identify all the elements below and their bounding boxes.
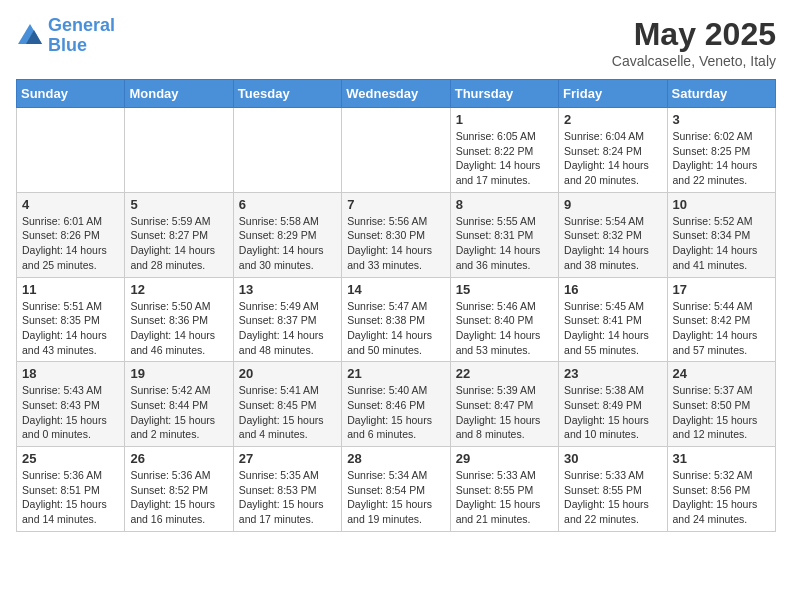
day-info: Sunrise: 6:04 AMSunset: 8:24 PMDaylight:… [564, 129, 661, 188]
calendar-table: SundayMondayTuesdayWednesdayThursdayFrid… [16, 79, 776, 532]
day-number: 29 [456, 451, 553, 466]
calendar-cell: 23Sunrise: 5:38 AMSunset: 8:49 PMDayligh… [559, 362, 667, 447]
calendar-cell: 26Sunrise: 5:36 AMSunset: 8:52 PMDayligh… [125, 447, 233, 532]
calendar-cell: 16Sunrise: 5:45 AMSunset: 8:41 PMDayligh… [559, 277, 667, 362]
weekday-header-sunday: Sunday [17, 80, 125, 108]
calendar-cell: 21Sunrise: 5:40 AMSunset: 8:46 PMDayligh… [342, 362, 450, 447]
day-number: 15 [456, 282, 553, 297]
calendar-cell: 28Sunrise: 5:34 AMSunset: 8:54 PMDayligh… [342, 447, 450, 532]
day-number: 5 [130, 197, 227, 212]
calendar-cell: 6Sunrise: 5:58 AMSunset: 8:29 PMDaylight… [233, 192, 341, 277]
calendar-cell: 19Sunrise: 5:42 AMSunset: 8:44 PMDayligh… [125, 362, 233, 447]
logo: General Blue [16, 16, 115, 56]
calendar-cell: 30Sunrise: 5:33 AMSunset: 8:55 PMDayligh… [559, 447, 667, 532]
day-info: Sunrise: 5:37 AMSunset: 8:50 PMDaylight:… [673, 383, 770, 442]
day-info: Sunrise: 5:39 AMSunset: 8:47 PMDaylight:… [456, 383, 553, 442]
logo-line2: Blue [48, 36, 115, 56]
calendar-cell: 13Sunrise: 5:49 AMSunset: 8:37 PMDayligh… [233, 277, 341, 362]
day-number: 9 [564, 197, 661, 212]
day-info: Sunrise: 5:50 AMSunset: 8:36 PMDaylight:… [130, 299, 227, 358]
day-number: 28 [347, 451, 444, 466]
calendar-cell: 7Sunrise: 5:56 AMSunset: 8:30 PMDaylight… [342, 192, 450, 277]
day-number: 21 [347, 366, 444, 381]
calendar-week-row: 18Sunrise: 5:43 AMSunset: 8:43 PMDayligh… [17, 362, 776, 447]
day-info: Sunrise: 5:55 AMSunset: 8:31 PMDaylight:… [456, 214, 553, 273]
day-info: Sunrise: 5:45 AMSunset: 8:41 PMDaylight:… [564, 299, 661, 358]
day-number: 22 [456, 366, 553, 381]
day-number: 31 [673, 451, 770, 466]
calendar-cell: 22Sunrise: 5:39 AMSunset: 8:47 PMDayligh… [450, 362, 558, 447]
day-number: 30 [564, 451, 661, 466]
weekday-header-wednesday: Wednesday [342, 80, 450, 108]
title-block: May 2025 Cavalcaselle, Veneto, Italy [612, 16, 776, 69]
day-number: 27 [239, 451, 336, 466]
calendar-cell: 27Sunrise: 5:35 AMSunset: 8:53 PMDayligh… [233, 447, 341, 532]
day-info: Sunrise: 5:36 AMSunset: 8:51 PMDaylight:… [22, 468, 119, 527]
calendar-cell: 17Sunrise: 5:44 AMSunset: 8:42 PMDayligh… [667, 277, 775, 362]
day-info: Sunrise: 5:40 AMSunset: 8:46 PMDaylight:… [347, 383, 444, 442]
day-number: 4 [22, 197, 119, 212]
calendar-cell: 24Sunrise: 5:37 AMSunset: 8:50 PMDayligh… [667, 362, 775, 447]
day-number: 13 [239, 282, 336, 297]
calendar-cell: 11Sunrise: 5:51 AMSunset: 8:35 PMDayligh… [17, 277, 125, 362]
day-number: 10 [673, 197, 770, 212]
logo-line1: General [48, 15, 115, 35]
calendar-cell: 15Sunrise: 5:46 AMSunset: 8:40 PMDayligh… [450, 277, 558, 362]
calendar-cell: 18Sunrise: 5:43 AMSunset: 8:43 PMDayligh… [17, 362, 125, 447]
day-info: Sunrise: 5:38 AMSunset: 8:49 PMDaylight:… [564, 383, 661, 442]
weekday-header-row: SundayMondayTuesdayWednesdayThursdayFrid… [17, 80, 776, 108]
day-number: 7 [347, 197, 444, 212]
day-info: Sunrise: 5:36 AMSunset: 8:52 PMDaylight:… [130, 468, 227, 527]
calendar-week-row: 25Sunrise: 5:36 AMSunset: 8:51 PMDayligh… [17, 447, 776, 532]
day-info: Sunrise: 6:01 AMSunset: 8:26 PMDaylight:… [22, 214, 119, 273]
day-info: Sunrise: 5:42 AMSunset: 8:44 PMDaylight:… [130, 383, 227, 442]
day-info: Sunrise: 5:44 AMSunset: 8:42 PMDaylight:… [673, 299, 770, 358]
calendar-cell [17, 108, 125, 193]
calendar-cell: 10Sunrise: 5:52 AMSunset: 8:34 PMDayligh… [667, 192, 775, 277]
calendar-cell: 12Sunrise: 5:50 AMSunset: 8:36 PMDayligh… [125, 277, 233, 362]
calendar-cell: 31Sunrise: 5:32 AMSunset: 8:56 PMDayligh… [667, 447, 775, 532]
calendar-cell: 25Sunrise: 5:36 AMSunset: 8:51 PMDayligh… [17, 447, 125, 532]
day-info: Sunrise: 5:33 AMSunset: 8:55 PMDaylight:… [456, 468, 553, 527]
day-number: 19 [130, 366, 227, 381]
day-info: Sunrise: 5:34 AMSunset: 8:54 PMDaylight:… [347, 468, 444, 527]
calendar-week-row: 11Sunrise: 5:51 AMSunset: 8:35 PMDayligh… [17, 277, 776, 362]
calendar-cell: 9Sunrise: 5:54 AMSunset: 8:32 PMDaylight… [559, 192, 667, 277]
day-info: Sunrise: 5:49 AMSunset: 8:37 PMDaylight:… [239, 299, 336, 358]
calendar-cell: 3Sunrise: 6:02 AMSunset: 8:25 PMDaylight… [667, 108, 775, 193]
calendar-cell [342, 108, 450, 193]
calendar-week-row: 1Sunrise: 6:05 AMSunset: 8:22 PMDaylight… [17, 108, 776, 193]
day-info: Sunrise: 5:52 AMSunset: 8:34 PMDaylight:… [673, 214, 770, 273]
calendar-week-row: 4Sunrise: 6:01 AMSunset: 8:26 PMDaylight… [17, 192, 776, 277]
day-number: 23 [564, 366, 661, 381]
day-number: 17 [673, 282, 770, 297]
day-number: 8 [456, 197, 553, 212]
day-info: Sunrise: 5:41 AMSunset: 8:45 PMDaylight:… [239, 383, 336, 442]
day-number: 26 [130, 451, 227, 466]
day-info: Sunrise: 5:32 AMSunset: 8:56 PMDaylight:… [673, 468, 770, 527]
day-info: Sunrise: 5:46 AMSunset: 8:40 PMDaylight:… [456, 299, 553, 358]
calendar-cell: 2Sunrise: 6:04 AMSunset: 8:24 PMDaylight… [559, 108, 667, 193]
day-info: Sunrise: 5:54 AMSunset: 8:32 PMDaylight:… [564, 214, 661, 273]
calendar-cell: 4Sunrise: 6:01 AMSunset: 8:26 PMDaylight… [17, 192, 125, 277]
calendar-cell: 29Sunrise: 5:33 AMSunset: 8:55 PMDayligh… [450, 447, 558, 532]
day-info: Sunrise: 6:05 AMSunset: 8:22 PMDaylight:… [456, 129, 553, 188]
logo-icon [16, 22, 44, 50]
day-info: Sunrise: 5:33 AMSunset: 8:55 PMDaylight:… [564, 468, 661, 527]
calendar-cell [125, 108, 233, 193]
calendar-cell: 14Sunrise: 5:47 AMSunset: 8:38 PMDayligh… [342, 277, 450, 362]
day-number: 25 [22, 451, 119, 466]
weekday-header-thursday: Thursday [450, 80, 558, 108]
day-info: Sunrise: 5:56 AMSunset: 8:30 PMDaylight:… [347, 214, 444, 273]
day-info: Sunrise: 5:43 AMSunset: 8:43 PMDaylight:… [22, 383, 119, 442]
day-number: 3 [673, 112, 770, 127]
location-title: Cavalcaselle, Veneto, Italy [612, 53, 776, 69]
day-number: 1 [456, 112, 553, 127]
day-info: Sunrise: 5:59 AMSunset: 8:27 PMDaylight:… [130, 214, 227, 273]
day-number: 2 [564, 112, 661, 127]
calendar-cell: 5Sunrise: 5:59 AMSunset: 8:27 PMDaylight… [125, 192, 233, 277]
day-info: Sunrise: 6:02 AMSunset: 8:25 PMDaylight:… [673, 129, 770, 188]
month-title: May 2025 [612, 16, 776, 53]
day-info: Sunrise: 5:58 AMSunset: 8:29 PMDaylight:… [239, 214, 336, 273]
day-number: 11 [22, 282, 119, 297]
